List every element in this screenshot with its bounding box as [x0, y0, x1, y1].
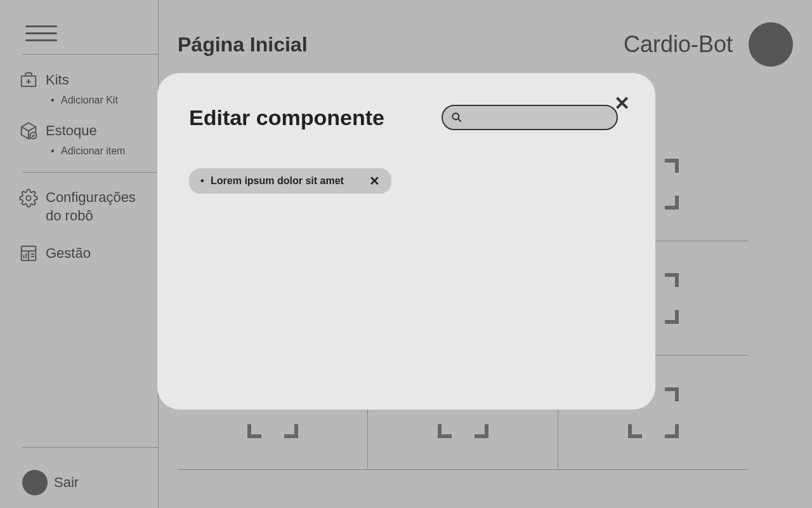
dashboard-icon: [19, 244, 38, 263]
svg-point-12: [452, 113, 459, 119]
kit-icon: [19, 70, 38, 90]
gear-icon: [19, 189, 38, 208]
sidebar-item-kits[interactable]: Kits: [19, 70, 139, 90]
header: Página Inicial Cardio-Bot: [178, 22, 793, 67]
avatar[interactable]: [749, 22, 793, 67]
logout-label: Sair: [54, 474, 79, 491]
box-check-icon: [19, 121, 38, 140]
logout-button[interactable]: Sair: [22, 470, 79, 495]
chip-remove-icon[interactable]: ✕: [369, 173, 380, 189]
search-field[interactable]: [442, 105, 618, 130]
hamburger-menu[interactable]: [25, 25, 57, 41]
sidebar-item-robot-config[interactable]: Configurações do robô: [19, 189, 139, 225]
sidebar-subitem-add-item[interactable]: Adicionar item: [51, 145, 139, 157]
search-input[interactable]: [468, 112, 609, 123]
component-chip: Lorem ipsum dolor sit amet ✕: [189, 168, 391, 194]
svg-point-4: [26, 196, 31, 201]
svg-line-13: [458, 119, 461, 122]
chip-label: Lorem ipsum dolor sit amet: [200, 175, 344, 187]
edit-component-modal: ✕ Editar componente Lorem ipsum dolor si…: [157, 73, 655, 410]
sidebar-item-management[interactable]: Gestão: [19, 244, 139, 263]
close-icon[interactable]: ✕: [614, 92, 630, 114]
modal-title: Editar componente: [189, 105, 384, 130]
logout-icon: [22, 470, 48, 495]
divider: [22, 172, 159, 173]
brand-name: Cardio-Bot: [624, 31, 733, 58]
search-icon: [450, 111, 463, 124]
sidebar: Kits Adicionar Kit Estoque Adicionar ite…: [0, 0, 159, 508]
page-title: Página Inicial: [178, 33, 308, 57]
divider: [22, 447, 159, 448]
sidebar-item-label: Estoque: [46, 123, 97, 139]
sidebar-item-label: Configurações do robô: [46, 189, 139, 225]
sidebar-item-label: Gestão: [46, 245, 91, 262]
sidebar-item-stock[interactable]: Estoque: [19, 121, 139, 140]
sidebar-subitem-add-kit[interactable]: Adicionar Kit: [51, 95, 139, 106]
sidebar-item-label: Kits: [46, 72, 69, 88]
